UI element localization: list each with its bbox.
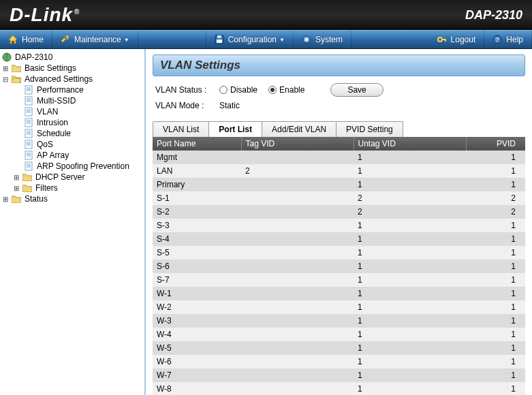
tab-vlan-list[interactable]: VLAN List [153,121,209,137]
folder-icon [22,183,33,193]
svg-rect-2 [217,40,222,43]
plus-icon[interactable]: ⊞ [1,195,10,203]
cell-untag: 1 [354,328,466,341]
tab-pvid-setting[interactable]: PVID Setting [336,121,403,137]
nav-system[interactable]: System [294,31,351,48]
cell-untag: 2 [354,205,466,219]
svg-rect-23 [25,118,32,127]
cell-pvid: 1 [466,368,525,382]
cell-port: S-6 [153,259,241,273]
table-row: S-511 [153,246,525,259]
cell-tag [241,355,354,368]
cell-tag [241,368,354,382]
tree-basic-settings[interactable]: ⊞ Basic Settings [1,63,143,74]
tree-multissid-label: Multi-SSID [37,96,76,106]
cell-tag [241,341,354,355]
tree-qos-label: QoS [37,140,53,149]
radio-disable[interactable]: Disable [219,85,257,95]
cell-pvid: 1 [466,178,525,191]
svg-rect-35 [25,151,32,159]
tree-multissid[interactable]: Multi-SSID [1,95,143,106]
nav-configuration[interactable]: Configuration ▼ [206,31,294,48]
tree-filters[interactable]: ⊞Filters [1,183,143,193]
cell-tag [241,259,354,273]
nav-help[interactable]: ? Help [484,31,532,48]
table-row: Mgmt11 [153,151,525,164]
cell-pvid: 2 [466,191,525,205]
cell-untag: 1 [354,219,466,232]
tree-filters-label: Filters [35,183,58,193]
model-label: DAP-2310 [465,8,522,22]
table-row: LAN211 [153,164,525,178]
cell-port: S-1 [153,191,241,205]
nav-configuration-label: Configuration [228,35,277,44]
cell-port: S-5 [153,246,241,259]
tree-schedule[interactable]: Schedule [1,128,143,139]
port-table: Port Name Tag VID Untag VID PVID Mgmt11L… [153,137,525,395]
vlan-status-label: VLAN Status : [155,85,219,95]
cell-pvid: 1 [466,300,525,314]
cell-port: LAN [153,164,241,178]
save-button[interactable]: Save [330,83,383,97]
nav-maintenance[interactable]: Maintenance ▼ [52,31,138,48]
tree-dhcp[interactable]: ⊞DHCP Server [1,172,143,183]
cell-tag [241,219,354,232]
minus-icon[interactable]: ⊟ [1,75,10,83]
tabs: VLAN List Port List Add/Edit VLAN PVID S… [153,121,525,137]
table-row: W-311 [153,314,525,328]
vlan-mode-label: VLAN Mode : [155,101,219,110]
floppy-icon [215,35,224,44]
nav-home-label: Home [22,35,44,44]
radio-enable-label: Enable [279,85,304,95]
tree-root[interactable]: DAP-2310 [1,52,143,63]
plus-icon[interactable]: ⊞ [12,173,20,181]
vlan-mode-value: Static [219,101,240,110]
cell-pvid: 1 [466,314,525,328]
plus-icon[interactable]: ⊞ [12,184,20,192]
tree-arp[interactable]: ARP Spoofing Prevention [1,161,143,172]
tab-add-edit-vlan[interactable]: Add/Edit VLAN [262,121,337,137]
plus-icon[interactable]: ⊞ [1,64,10,72]
cell-pvid: 1 [466,382,525,395]
cell-tag [241,151,354,164]
cell-pvid: 1 [466,287,525,300]
cell-pvid: 1 [466,273,525,287]
cell-tag [241,273,354,287]
cell-tag [241,314,354,328]
cell-tag [241,300,354,314]
cell-untag: 1 [354,151,466,164]
nav-logout[interactable]: Logout [429,31,485,48]
tree-advanced-settings[interactable]: ⊟ Advanced Settings [1,74,143,84]
nav-home[interactable]: Home [0,31,52,48]
cell-port: W-2 [153,300,241,314]
table-row: Primary11 [153,178,525,191]
tree-status[interactable]: ⊞Status [1,193,143,204]
content-area: VLAN Settings VLAN Status : Disable Enab… [146,49,532,395]
cell-port: S-2 [153,205,241,219]
svg-point-4 [305,38,308,41]
tree-aparray[interactable]: AP Array [1,150,143,161]
tree-status-label: Status [25,194,48,204]
tab-port-list[interactable]: Port List [208,121,262,137]
brand-logo: D-Link® [10,4,80,26]
cell-port: W-6 [153,355,241,368]
table-row: W-511 [153,341,525,355]
tree-qos[interactable]: QoS [1,139,143,150]
table-row: W-111 [153,287,525,300]
cell-port: S-4 [153,232,241,246]
cell-untag: 1 [354,232,466,246]
col-tag-vid: Tag VID [241,137,354,151]
tree-intrusion[interactable]: Intrusion [1,117,143,128]
tree-aparray-label: AP Array [37,151,69,160]
chevron-down-icon: ▼ [279,37,285,43]
svg-text:?: ? [496,36,500,43]
folder-icon [22,172,33,182]
tree-vlan[interactable]: VLAN [1,106,143,117]
table-row: W-411 [153,328,525,341]
tree-performance[interactable]: Performance [1,84,143,95]
wrench-icon [61,35,70,44]
col-untag-vid: Untag VID [354,137,466,151]
radio-enable[interactable]: Enable [268,85,304,95]
table-row: W-711 [153,368,525,382]
svg-rect-11 [25,86,32,94]
